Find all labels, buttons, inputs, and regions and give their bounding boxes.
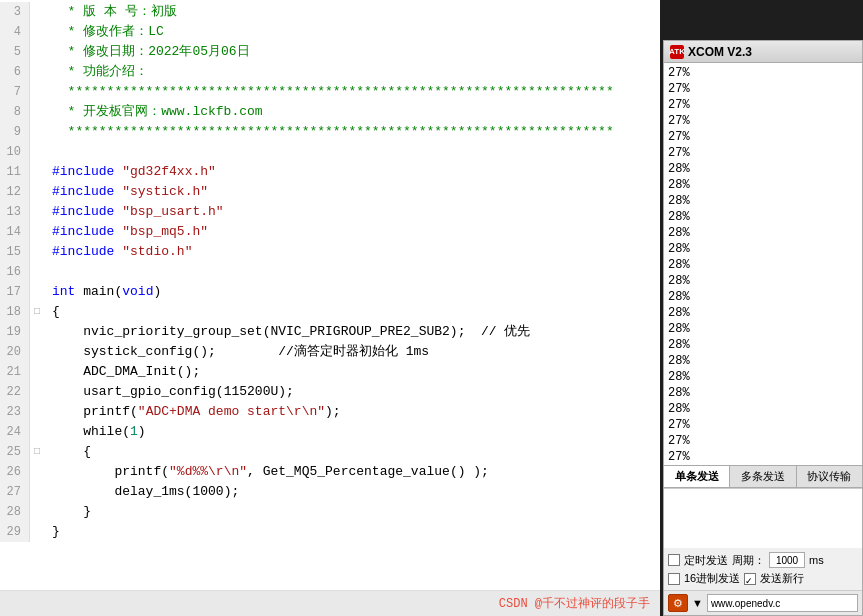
xcom-data-line: 28% — [668, 353, 858, 369]
code-line: 8 * 开发板官网：www.lckfb.com — [0, 102, 660, 122]
code-line: 15#include "stdio.h" — [0, 242, 660, 262]
code-line: 11#include "gd32f4xx.h" — [0, 162, 660, 182]
xcom-data-line: 27% — [668, 65, 858, 81]
xcom-options: 定时发送 周期： ms 16进制发送 发送新行 — [664, 548, 862, 590]
line-number: 25 — [0, 442, 30, 462]
xcom-icon: ATK — [670, 45, 684, 59]
code-line: 17int main(void) — [0, 282, 660, 302]
xcom-data-line: 28% — [668, 225, 858, 241]
code-line: 23 printf("ADC+DMA demo start\r\n"); — [0, 402, 660, 422]
code-line: 7 **************************************… — [0, 82, 660, 102]
line-number: 23 — [0, 402, 30, 422]
line-content: ****************************************… — [44, 82, 614, 102]
xcom-data-line: 28% — [668, 305, 858, 321]
code-line: 24 while(1) — [0, 422, 660, 442]
code-line: 14#include "bsp_mq5.h" — [0, 222, 660, 242]
line-number: 22 — [0, 382, 30, 402]
code-line: 25□ { — [0, 442, 660, 462]
code-line: 29} — [0, 522, 660, 542]
line-number: 14 — [0, 222, 30, 242]
gear-button[interactable]: ⚙ — [668, 594, 688, 612]
line-number: 19 — [0, 322, 30, 342]
url-prefix: ▼ — [692, 597, 703, 609]
line-content: * 修改日期：2022年05月06日 — [44, 42, 250, 62]
line-number: 10 — [0, 142, 30, 162]
hex-send-label: 16进制发送 — [684, 571, 740, 586]
code-line: 20 systick_config(); //滴答定时器初始化 1ms — [0, 342, 660, 362]
line-number: 8 — [0, 102, 30, 122]
code-line: 18□{ — [0, 302, 660, 322]
xcom-data-line: 27% — [668, 81, 858, 97]
xcom-data-line: 27% — [668, 97, 858, 113]
line-number: 29 — [0, 522, 30, 542]
line-content: ****************************************… — [44, 122, 614, 142]
line-number: 16 — [0, 262, 30, 282]
code-lines: 3 * 版 本 号：初版4 * 修改作者：LC5 * 修改日期：2022年05月… — [0, 0, 660, 544]
xcom-data-line: 28% — [668, 337, 858, 353]
line-content: * 开发板官网：www.lckfb.com — [44, 102, 263, 122]
line-content: } — [44, 522, 60, 542]
xcom-tab-2[interactable]: 协议传输 — [797, 466, 862, 487]
code-line: 22 usart_gpio_config(115200U); — [0, 382, 660, 402]
xcom-data-line: 28% — [668, 241, 858, 257]
code-line: 5 * 修改日期：2022年05月06日 — [0, 42, 660, 62]
code-line: 13#include "bsp_usart.h" — [0, 202, 660, 222]
xcom-data-line: 28% — [668, 177, 858, 193]
xcom-data-line: 28% — [668, 209, 858, 225]
xcom-option-row-2: 16进制发送 发送新行 — [668, 571, 858, 586]
xcom-data-line: 27% — [668, 113, 858, 129]
watermark-text: CSDN @千不过神评的段子手 — [499, 595, 650, 612]
xcom-data-line: 28% — [668, 321, 858, 337]
line-content: { — [44, 442, 91, 462]
line-content: } — [44, 502, 91, 522]
code-line: 16 — [0, 262, 660, 282]
code-line: 28 } — [0, 502, 660, 522]
line-number: 20 — [0, 342, 30, 362]
xcom-input-area[interactable] — [664, 488, 862, 548]
line-content: usart_gpio_config(115200U); — [44, 382, 294, 402]
xcom-data-area[interactable]: 27%27%27%27%27%27%28%28%28%28%28%28%28%2… — [664, 63, 862, 465]
xcom-data-line: 28% — [668, 369, 858, 385]
code-line: 27 delay_1ms(1000); — [0, 482, 660, 502]
line-number: 13 — [0, 202, 30, 222]
url-input[interactable] — [707, 594, 858, 612]
line-content: * 版 本 号：初版 — [44, 2, 177, 22]
line-number: 4 — [0, 22, 30, 42]
newline-label: 发送新行 — [760, 571, 804, 586]
fold-icon[interactable]: □ — [30, 302, 44, 322]
line-content: ADC_DMA_Init(); — [44, 362, 200, 382]
line-content: #include "gd32f4xx.h" — [44, 162, 216, 182]
xcom-data-line: 28% — [668, 257, 858, 273]
code-line: 6 * 功能介绍： — [0, 62, 660, 82]
code-line: 4 * 修改作者：LC — [0, 22, 660, 42]
timed-send-checkbox[interactable] — [668, 554, 680, 566]
gear-icon: ⚙ — [673, 597, 683, 610]
xcom-option-row-1: 定时发送 周期： ms — [668, 552, 858, 568]
xcom-data-line: 27% — [668, 145, 858, 161]
line-number: 9 — [0, 122, 30, 142]
newline-checkbox[interactable] — [744, 573, 756, 585]
timed-send-label: 定时发送 — [684, 553, 728, 568]
period-input[interactable] — [769, 552, 805, 568]
code-line: 10 — [0, 142, 660, 162]
xcom-title: XCOM V2.3 — [688, 45, 752, 59]
xcom-tab-0[interactable]: 单条发送 — [664, 466, 730, 487]
line-number: 26 — [0, 462, 30, 482]
xcom-data-line: 27% — [668, 129, 858, 145]
xcom-window: ATK XCOM V2.3 27%27%27%27%27%27%28%28%28… — [663, 40, 863, 616]
line-content: systick_config(); //滴答定时器初始化 1ms — [44, 342, 429, 362]
xcom-bottom-row: ⚙ ▼ — [664, 590, 862, 615]
xcom-data-line: 28% — [668, 385, 858, 401]
line-number: 17 — [0, 282, 30, 302]
xcom-titlebar[interactable]: ATK XCOM V2.3 — [664, 41, 862, 63]
fold-icon[interactable]: □ — [30, 442, 44, 462]
line-number: 21 — [0, 362, 30, 382]
xcom-tab-1[interactable]: 多条发送 — [730, 466, 796, 487]
code-editor: 3 * 版 本 号：初版4 * 修改作者：LC5 * 修改日期：2022年05月… — [0, 0, 660, 590]
hex-send-checkbox[interactable] — [668, 573, 680, 585]
line-number: 24 — [0, 422, 30, 442]
line-number: 27 — [0, 482, 30, 502]
xcom-data-line: 28% — [668, 161, 858, 177]
code-line: 3 * 版 本 号：初版 — [0, 2, 660, 22]
code-line: 12#include "systick.h" — [0, 182, 660, 202]
